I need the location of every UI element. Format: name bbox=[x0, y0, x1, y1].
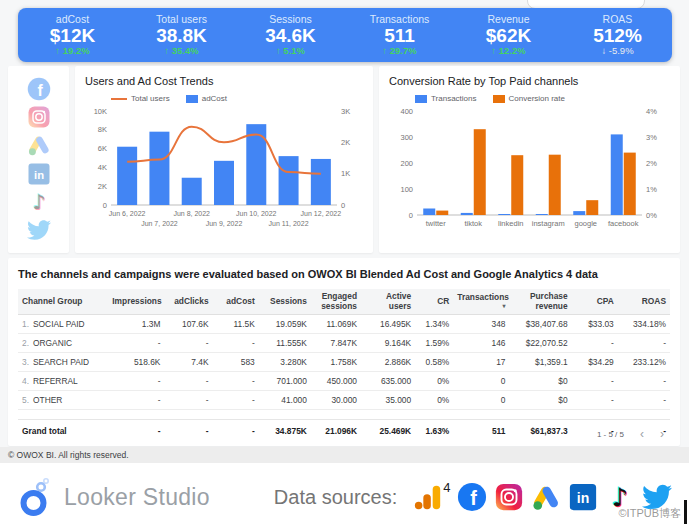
linkedin-icon[interactable]: in bbox=[27, 162, 51, 186]
table-cell: 41.000 bbox=[259, 391, 311, 410]
column-header-impressions[interactable]: Impressions bbox=[108, 289, 164, 315]
table-cell: 3.280K bbox=[259, 353, 311, 372]
svg-text:facebook: facebook bbox=[608, 219, 639, 228]
table-cell: 0 bbox=[453, 391, 509, 410]
table-row: 4.REFERRAL---701.000450.000635.0000%0$0-… bbox=[18, 372, 670, 391]
pagination-range: 1 - 5 / 5 bbox=[597, 430, 624, 439]
table-row: 2.ORGANIC---11.555K7.847K9.164K1.59%146$… bbox=[18, 334, 670, 353]
kpi-value: $12K bbox=[50, 25, 95, 47]
kpi-value: 511 bbox=[384, 25, 415, 47]
conversion-rate-bar-chart[interactable]: 01002003004000%1%2%3%4%twittertiktoklink… bbox=[389, 103, 670, 235]
kpi-transactions: Transactions511↑ 29.7% bbox=[345, 8, 454, 62]
svg-text:2K: 2K bbox=[98, 182, 107, 191]
row-number: 5. bbox=[22, 395, 29, 405]
kpi-delta: ↑ 29.7% bbox=[382, 46, 416, 57]
table-cell: 0.58% bbox=[415, 353, 453, 372]
channels-table: Channel GroupImpressionsadClicksadCostSe… bbox=[18, 289, 670, 440]
table-cell: 16.495K bbox=[361, 315, 415, 334]
column-header-transactions[interactable]: Transactions▾ bbox=[453, 289, 509, 315]
table-cell: - bbox=[164, 391, 212, 410]
kpi-delta: ↑ 5.1% bbox=[276, 46, 305, 57]
table-cell: 9.164K bbox=[361, 334, 415, 353]
kpi-delta: ↓ -5.9% bbox=[601, 46, 633, 57]
instagram-icon[interactable] bbox=[27, 105, 51, 129]
column-header-purchase-revenue[interactable]: Purchase revenue bbox=[509, 289, 571, 315]
table-cell: 701.000 bbox=[259, 372, 311, 391]
chart-legend: Total usersadCost bbox=[111, 94, 363, 103]
grand-total-cell: 34.875K bbox=[259, 420, 311, 441]
svg-text:Jun 10, 2022: Jun 10, 2022 bbox=[236, 210, 277, 217]
linkedin-icon: in bbox=[568, 482, 598, 512]
grand-total-cell: - bbox=[213, 420, 259, 441]
looker-studio-logo-icon bbox=[20, 476, 54, 518]
data-sources-label: Data sources: bbox=[274, 486, 397, 509]
table-cell: 17 bbox=[453, 353, 509, 372]
grand-total-cell: 1.63% bbox=[415, 420, 453, 441]
table-cell: 348 bbox=[453, 315, 509, 334]
column-header-sessions[interactable]: Sessions bbox=[259, 289, 311, 315]
svg-text:0%: 0% bbox=[646, 211, 657, 220]
column-header-active-users[interactable]: Active users bbox=[361, 289, 415, 315]
svg-text:2K: 2K bbox=[341, 138, 350, 147]
column-header-adcost[interactable]: adCost bbox=[213, 289, 259, 315]
table-cell: 233.12% bbox=[618, 353, 670, 372]
svg-text:in: in bbox=[34, 168, 44, 180]
legend-label: Transactions bbox=[431, 94, 477, 103]
table-cell: 0 bbox=[453, 372, 509, 391]
column-header-roas[interactable]: ROAS bbox=[618, 289, 670, 315]
table-cell: 0% bbox=[415, 391, 453, 410]
table-cell: - bbox=[164, 372, 212, 391]
facebook-icon[interactable]: f bbox=[27, 77, 51, 101]
kpi-label: Transactions bbox=[370, 13, 430, 25]
column-header-cpa[interactable]: CPA bbox=[572, 289, 618, 315]
svg-text:100: 100 bbox=[400, 185, 413, 194]
channels-table-card: The channels and campaigns were evaluate… bbox=[8, 258, 680, 446]
kpi-adcost: adCost$12K↑ 19.2% bbox=[18, 8, 127, 62]
svg-text:4%: 4% bbox=[646, 107, 657, 116]
tiktok-icon[interactable]: ♪♪♪ bbox=[27, 190, 51, 214]
table-cell: 5.OTHER bbox=[18, 391, 108, 410]
table-cell: 334.18% bbox=[618, 315, 670, 334]
svg-text:8K: 8K bbox=[98, 125, 107, 134]
table-cell: - bbox=[213, 334, 259, 353]
table-cell: 107.6K bbox=[164, 315, 212, 334]
column-header-engaged-sessions[interactable]: Engaged sessions bbox=[311, 289, 361, 315]
kpi-scorecard-bar: adCost$12K↑ 19.2%Total users38.8K↑ 35.4%… bbox=[18, 8, 672, 62]
kpi-value: $62K bbox=[486, 25, 531, 47]
svg-text:Jun 8, 2022: Jun 8, 2022 bbox=[173, 210, 210, 217]
users-adcost-combo-chart[interactable]: 02K4K6K8K10K01K2K3KJun 6, 2022Jun 7, 202… bbox=[85, 103, 363, 235]
twitter-icon[interactable] bbox=[27, 218, 51, 242]
row-number: 4. bbox=[22, 376, 29, 386]
next-page-icon[interactable]: › bbox=[660, 428, 664, 440]
table-cell: - bbox=[572, 391, 618, 410]
ga4-superscript: 4 bbox=[443, 480, 450, 495]
grand-total-cell: 21.096K bbox=[311, 420, 361, 441]
svg-text:2%: 2% bbox=[646, 159, 657, 168]
svg-text:Jun 12, 2022: Jun 12, 2022 bbox=[301, 210, 342, 217]
ga4-icon bbox=[413, 482, 443, 512]
google-ads-icon[interactable] bbox=[27, 133, 51, 157]
legend-swatch bbox=[111, 98, 127, 100]
svg-text:3K: 3K bbox=[341, 107, 350, 116]
column-header-cr[interactable]: CR bbox=[415, 289, 453, 315]
table-cell: 1.758K bbox=[311, 353, 361, 372]
svg-text:Jun 11, 2022: Jun 11, 2022 bbox=[269, 220, 309, 227]
svg-text:f: f bbox=[37, 82, 43, 99]
table-cell: - bbox=[108, 334, 164, 353]
table-cell: - bbox=[108, 391, 164, 410]
table-cell: - bbox=[618, 334, 670, 353]
kpi-label: Total users bbox=[156, 13, 207, 25]
table-cell: 11.069K bbox=[311, 315, 361, 334]
column-header-adclicks[interactable]: adClicks bbox=[164, 289, 212, 315]
table-cell: 3.SEARCH PAID bbox=[18, 353, 108, 372]
conversion-rate-chart-card: Conversion Rate by Top Paid channels Tra… bbox=[379, 66, 680, 253]
table-cell: - bbox=[572, 334, 618, 353]
table-cell: 1.34% bbox=[415, 315, 453, 334]
table-row: 1.SOCIAL PAID1.3M107.6K11.5K19.059K11.06… bbox=[18, 315, 670, 334]
column-header-channel-group[interactable]: Channel Group bbox=[18, 289, 108, 315]
svg-text:0: 0 bbox=[341, 201, 345, 210]
dashboard: adCost$12K↑ 19.2%Total users38.8K↑ 35.4%… bbox=[0, 0, 689, 463]
table-cell: - bbox=[213, 391, 259, 410]
legend-item: Total users bbox=[111, 94, 170, 103]
prev-page-icon[interactable]: ‹ bbox=[640, 428, 644, 440]
